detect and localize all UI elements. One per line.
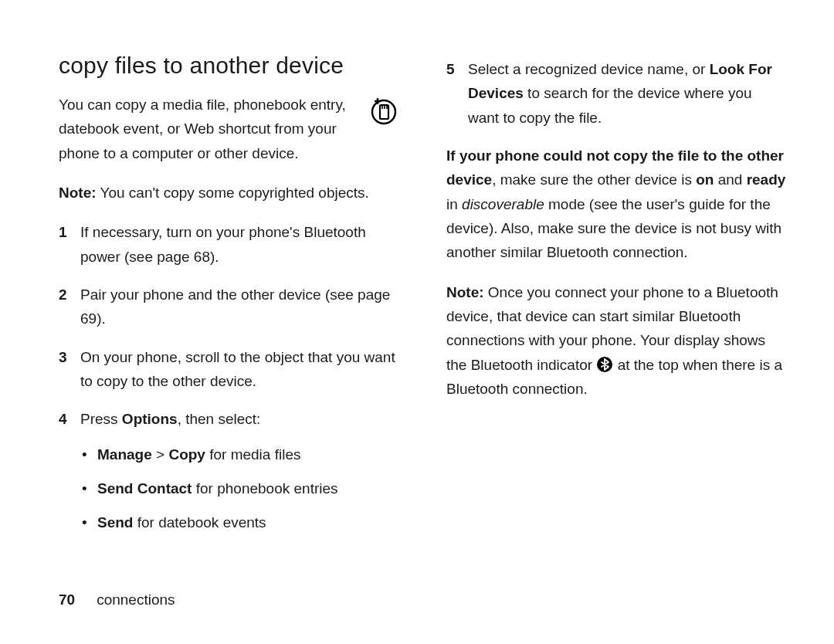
bullet-mid: > <box>152 446 169 463</box>
bullet-rest: for phonebook entries <box>192 480 337 497</box>
trouble-ready: ready <box>747 171 786 188</box>
manual-page: copy files to another device You can cop… <box>0 0 834 644</box>
page-footer: 70connections <box>59 591 175 608</box>
step-item: 3 On your phone, scroll to the object th… <box>59 345 398 394</box>
note2-label: Note: <box>446 284 484 300</box>
bullet-item: Manage > Copy for media files <box>97 442 398 467</box>
note-paragraph: Note: You can't copy some copyrighted ob… <box>59 181 398 205</box>
trouble-a: , make sure the other device is <box>492 171 696 188</box>
trouble-and: and <box>714 171 746 188</box>
step-number: 4 <box>59 407 80 544</box>
bluetooth-icon <box>597 357 612 372</box>
bullet-item: Send Contact for phonebook entries <box>97 476 398 501</box>
step-list-continued: 5 Select a recognized device name, or Lo… <box>446 57 786 130</box>
bullet-list: Manage > Copy for media files Send Conta… <box>80 442 398 536</box>
trouble-on: on <box>696 171 714 188</box>
bullet-bold: Send Contact <box>97 480 192 497</box>
section-title: copy files to another device <box>59 53 398 79</box>
step-number: 2 <box>59 283 80 331</box>
step-number: 1 <box>59 220 80 269</box>
note-label: Note: <box>59 185 97 201</box>
step-number: 3 <box>59 345 80 394</box>
step-list: 1 If necessary, turn on your phone's Blu… <box>59 220 398 544</box>
step-number: 5 <box>446 57 468 130</box>
note2-paragraph: Note: Once you connect your phone to a B… <box>446 280 786 402</box>
intro-row: You can copy a media file, phonebook ent… <box>59 93 398 181</box>
note-text: You can't copy some copyrighted objects. <box>97 185 369 201</box>
bullet-bold: Copy <box>168 446 205 463</box>
intro-paragraph: You can copy a media file, phonebook ent… <box>59 93 361 165</box>
step-text: On your phone, scroll to the object that… <box>80 345 398 394</box>
trouble-disc: discoverable <box>462 196 544 212</box>
right-column: 5 Select a recognized device name, or Lo… <box>446 53 786 559</box>
section-name: connections <box>97 591 175 608</box>
step-text: Select a recognized device name, or Look… <box>468 57 786 130</box>
bullet-rest: for datebook events <box>133 514 266 530</box>
bullet-bold: Manage <box>97 446 152 463</box>
svg-point-0 <box>372 100 395 124</box>
troubleshoot-paragraph: If your phone could not copy the file to… <box>446 144 786 265</box>
options-word: Options <box>122 411 178 427</box>
step-prefix: Press <box>80 411 122 427</box>
two-column-layout: copy files to another device You can cop… <box>59 53 786 559</box>
step-text: Press Options, then select: Manage > Cop… <box>80 407 398 544</box>
bullet-rest: for media files <box>205 446 301 463</box>
page-number: 70 <box>59 591 75 608</box>
step-item: 2 Pair your phone and the other device (… <box>59 283 398 331</box>
left-column: copy files to another device You can cop… <box>59 53 398 559</box>
step5-a: Select a recognized device name, or <box>468 61 710 77</box>
step-item: 5 Select a recognized device name, or Lo… <box>446 57 786 130</box>
step-item: 1 If necessary, turn on your phone's Blu… <box>59 220 398 269</box>
step-item: 4 Press Options, then select: Manage > C… <box>59 407 398 544</box>
device-icon <box>369 96 398 128</box>
bullet-bold: Send <box>97 514 133 530</box>
step-text: If necessary, turn on your phone's Bluet… <box>80 220 398 269</box>
trouble-b: in <box>446 196 462 212</box>
step-text: Pair your phone and the other device (se… <box>80 283 398 331</box>
bullet-item: Send for datebook events <box>97 510 398 535</box>
step-suffix: , then select: <box>178 411 261 427</box>
